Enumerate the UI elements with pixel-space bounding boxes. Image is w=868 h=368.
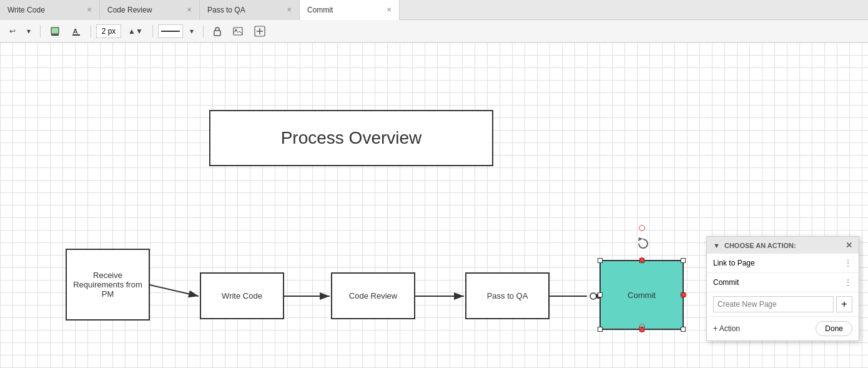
action-panel: ▼ CHOOSE AN ACTION: ✕ Link to Page ⋮ Com…: [706, 236, 859, 341]
add-action-btn[interactable]: + Action: [713, 324, 740, 333]
svg-text:A: A: [73, 27, 78, 35]
tab-commit-label: Commit: [307, 6, 333, 14]
done-button[interactable]: Done: [816, 321, 852, 336]
line-width-stepper[interactable]: ▲▼: [124, 23, 147, 39]
action-panel-title: ▼ CHOOSE AN ACTION:: [713, 242, 796, 249]
title-node[interactable]: Process Overview: [209, 110, 493, 166]
tab-code-review-label: Code Review: [107, 6, 152, 14]
selection-circle-bottom[interactable]: [639, 324, 645, 330]
handle-ml[interactable]: [598, 292, 603, 297]
commit-item[interactable]: Commit ⋮: [707, 273, 859, 292]
commit-item-label: Commit: [713, 278, 739, 287]
action-panel-footer: + Action Done: [707, 317, 859, 341]
receive-node[interactable]: Receive Requirements from PM: [66, 249, 150, 321]
tab-pass-to-qa-label: Pass to QA: [207, 6, 245, 14]
lock-button[interactable]: [209, 23, 226, 39]
qa-node[interactable]: Pass to QA: [465, 272, 550, 319]
add-icon: [254, 26, 265, 37]
lock-icon: [213, 26, 222, 36]
link-to-page-dots[interactable]: ⋮: [844, 258, 852, 268]
link-to-page-label: Link to Page: [713, 259, 755, 267]
conn-top[interactable]: [639, 257, 644, 262]
toolbar-separator-3: [152, 25, 153, 37]
create-new-page-input[interactable]: [713, 296, 834, 312]
write-node[interactable]: Write Code: [200, 272, 284, 319]
svg-rect-3: [72, 34, 80, 36]
fill-icon: [50, 26, 60, 36]
conn-right[interactable]: [681, 292, 686, 297]
svg-point-16: [590, 293, 596, 299]
svg-marker-18: [638, 237, 643, 241]
line-color-button[interactable]: A: [67, 23, 86, 39]
toolbar-separator-4: [203, 25, 204, 37]
action-panel-header: ▼ CHOOSE AN ACTION: ✕: [707, 237, 859, 254]
handle-bl[interactable]: [598, 327, 603, 332]
create-new-page-row: +: [707, 292, 859, 317]
toolbar: ↩ ▾ A ▲▼ ▾: [0, 20, 868, 42]
commit-node[interactable]: Commit: [599, 260, 684, 330]
svg-line-12: [150, 285, 199, 296]
line-style-dropdown[interactable]: ▾: [185, 23, 198, 39]
review-node[interactable]: Code Review: [331, 272, 415, 319]
toolbar-separator-2: [91, 25, 91, 37]
handle-tl[interactable]: [598, 258, 603, 263]
tab-code-review-close[interactable]: ✕: [187, 6, 192, 13]
svg-rect-1: [51, 34, 59, 36]
dropdown-arrow[interactable]: ▾: [22, 23, 35, 39]
rotate-handle-area: [637, 236, 649, 257]
title-node-label: Process Overview: [281, 128, 422, 148]
svg-rect-0: [51, 27, 59, 34]
canvas-area[interactable]: Process Overview Receive Requirements fr…: [0, 42, 868, 368]
link-to-page-item[interactable]: Link to Page ⋮: [707, 254, 859, 273]
action-panel-close[interactable]: ✕: [846, 241, 852, 250]
selection-circle-top[interactable]: [639, 225, 645, 231]
tab-commit[interactable]: Commit ✕: [300, 0, 400, 20]
add-button[interactable]: [250, 23, 270, 39]
line-style-display: [158, 24, 183, 38]
handle-br[interactable]: [681, 327, 686, 332]
triangle-icon: ▼: [713, 242, 720, 249]
undo-button[interactable]: ↩: [5, 23, 20, 39]
rotate-icon[interactable]: [637, 236, 649, 255]
create-new-page-add-btn[interactable]: +: [836, 296, 852, 312]
tabs-bar: Write Code ✕ Code Review ✕ Pass to QA ✕ …: [0, 0, 868, 20]
image-button[interactable]: [229, 23, 247, 39]
review-node-label: Code Review: [349, 291, 397, 301]
commit-node-label: Commit: [628, 291, 656, 300]
tab-write-code-label: Write Code: [7, 6, 45, 14]
toolbar-separator-1: [40, 25, 41, 37]
write-node-label: Write Code: [222, 291, 262, 301]
receive-node-label: Receive Requirements from PM: [67, 271, 149, 299]
image-icon: [233, 27, 243, 36]
tab-pass-to-qa-close[interactable]: ✕: [287, 6, 292, 13]
handle-tr[interactable]: [681, 258, 686, 263]
tab-write-code[interactable]: Write Code ✕: [0, 0, 100, 20]
fill-button[interactable]: [46, 23, 64, 39]
line-style-icon: [161, 31, 180, 32]
qa-node-label: Pass to QA: [487, 291, 528, 301]
tab-pass-to-qa[interactable]: Pass to QA ✕: [200, 0, 300, 20]
line-width-input[interactable]: [96, 24, 121, 38]
line-color-icon: A: [71, 26, 81, 36]
svg-rect-5: [214, 31, 220, 36]
tab-commit-close[interactable]: ✕: [387, 6, 392, 13]
commit-item-dots[interactable]: ⋮: [844, 277, 852, 287]
tab-code-review[interactable]: Code Review ✕: [100, 0, 200, 20]
tab-write-code-close[interactable]: ✕: [87, 6, 92, 13]
